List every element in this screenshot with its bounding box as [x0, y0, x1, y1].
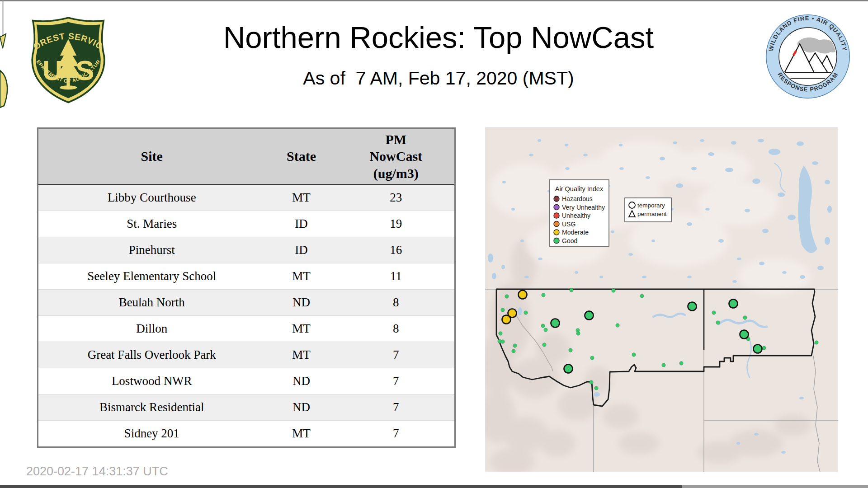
value-cell: 7	[338, 368, 455, 394]
state-cell: MT	[265, 316, 338, 342]
state-cell: MT	[265, 421, 338, 447]
table-row: DillonMT8	[38, 316, 455, 342]
monitor-dot-good	[499, 332, 502, 335]
monitor-dot-good	[712, 311, 716, 314]
aqi-label: USG	[562, 221, 576, 228]
monitor-dot-good	[716, 321, 720, 324]
table-header-row: Site State PM NowCast (ug/m3)	[38, 128, 455, 185]
monitor-dot-good	[576, 332, 580, 335]
nowcast-table: Site State PM NowCast (ug/m3) Libby Cour…	[37, 127, 456, 448]
monitor-dot-good	[594, 386, 598, 390]
value-cell: 23	[338, 184, 455, 211]
aqi-swatch-very-unhealthy	[554, 205, 559, 210]
table-row: Bismarck ResidentialND7	[38, 394, 455, 421]
state-cell: MT	[265, 263, 338, 290]
forest-service-logo: FOREST SERVICE U S DEPARTMENT OF AGRICUL…	[27, 14, 109, 105]
site-cell: Pinehurst	[38, 237, 265, 263]
state-cell: ND	[265, 394, 338, 421]
slide-bottom-bar	[0, 485, 682, 488]
monitor-dot-good	[616, 324, 619, 327]
value-cell: 8	[338, 290, 455, 316]
aqi-swatch-hazardous	[554, 196, 559, 202]
aqi-swatch-good	[554, 238, 559, 244]
logo-fragment-icon	[0, 70, 7, 108]
aqi-swatch-unhealthy	[554, 213, 559, 218]
monitor-dot-good	[512, 349, 515, 353]
monitor-dot-good	[501, 340, 505, 343]
monitor-dot-good	[590, 356, 594, 360]
monitor-dot-good	[640, 294, 644, 298]
site-cell: Beulah North	[38, 290, 265, 316]
monitor-dot-good	[612, 289, 615, 292]
state-cell: ID	[265, 237, 338, 263]
aqi-swatch-usg	[554, 221, 559, 227]
value-cell: 8	[338, 316, 455, 342]
aqi-label: Very Unhealthy	[562, 204, 605, 211]
monitor-dot-good	[590, 380, 593, 384]
permanent-label: permanent	[637, 211, 667, 217]
value-cell: 11	[338, 263, 455, 290]
monitor-dot-good	[762, 346, 766, 350]
value-cell: 7	[338, 394, 455, 421]
monitor-dot-good	[632, 353, 636, 357]
monitor-dot-good	[815, 341, 818, 344]
table-body: Libby CourthouseMT23St. MariesID19Pinehu…	[38, 184, 455, 447]
monitor-dot-good	[743, 316, 747, 319]
site-cell: St. Maries	[38, 211, 265, 237]
state-cell: ND	[265, 368, 338, 394]
col-header-pm-nowcast: PM NowCast (ug/m3)	[338, 128, 455, 185]
site-cell: Dillon	[38, 316, 265, 342]
monitor-type-legend: temporary permanent	[625, 198, 671, 222]
logo-fragment-icon	[0, 34, 6, 48]
aqi-legend: Air Quality Index HazardousVery Unhealth…	[549, 180, 609, 246]
aqi-swatch-moderate	[554, 230, 559, 235]
table-row: St. MariesID19	[38, 211, 455, 237]
aqi-label: Good	[562, 237, 577, 244]
monitor-dot-good	[662, 363, 665, 367]
state-cell: MT	[265, 342, 338, 368]
value-cell: 19	[338, 211, 455, 237]
page-subtitle: As of 7 AM, Feb 17, 2020 (MST)	[154, 68, 723, 89]
table-row: Beulah NorthND8	[38, 290, 455, 316]
title-block: Northern Rockies: Top NowCast As of 7 AM…	[154, 0, 723, 89]
temporary-marker-icon	[629, 202, 635, 208]
generated-timestamp: 2020-02-17 14:31:37 UTC	[26, 465, 168, 479]
monitor-dot-good	[542, 343, 546, 347]
monitor-map: Air Quality Index HazardousVery Unhealth…	[485, 127, 838, 472]
monitor-dot-good	[501, 308, 505, 312]
site-cell: Lostwood NWR	[38, 368, 265, 394]
value-cell: 16	[338, 237, 455, 263]
table-row: PinehurstID16	[38, 237, 455, 263]
monitor-dot-good	[570, 288, 573, 292]
wfaqrp-badge-logo: WILDLAND FIRE • AIR QUALITY RESPONSE PRO…	[765, 14, 851, 99]
monitor-dot-good	[569, 348, 572, 352]
value-cell: 7	[338, 342, 455, 368]
monitor-dot-good	[544, 328, 547, 332]
slide-bottom-bar-right	[682, 485, 868, 488]
monitor-dot-good	[505, 295, 509, 298]
monitor-dot-good	[679, 361, 683, 365]
monitor-circle-moderate	[502, 315, 511, 324]
monitor-circle-good	[754, 345, 762, 353]
state-cell: ID	[265, 211, 338, 237]
monitor-circle-good	[729, 300, 738, 308]
table-row: Lostwood NWRND7	[38, 368, 455, 394]
monitor-dot-good	[524, 311, 528, 314]
col-header-site: Site	[38, 128, 265, 185]
monitor-dot-good	[542, 293, 545, 297]
page-title: Northern Rockies: Top NowCast	[154, 22, 723, 53]
value-cell: 7	[338, 421, 455, 447]
temporary-label: temporary	[637, 202, 665, 209]
site-cell: Libby Courthouse	[38, 184, 265, 211]
table-row: Libby CourthouseMT23	[38, 184, 455, 211]
col-header-state: State	[265, 128, 338, 185]
table-row: Seeley Elementary SchoolMT11	[38, 263, 455, 290]
monitor-circle-good	[564, 365, 573, 373]
aqi-label: Moderate	[562, 229, 589, 236]
table-row: Great Falls Overlook ParkMT7	[38, 342, 455, 368]
aqi-label: Hazardous	[562, 195, 593, 202]
aqi-label: Unhealthy	[562, 212, 590, 219]
monitor-circle-moderate	[519, 291, 527, 299]
site-cell: Bismarck Residential	[38, 394, 265, 421]
monitor-circle-good	[585, 311, 594, 320]
